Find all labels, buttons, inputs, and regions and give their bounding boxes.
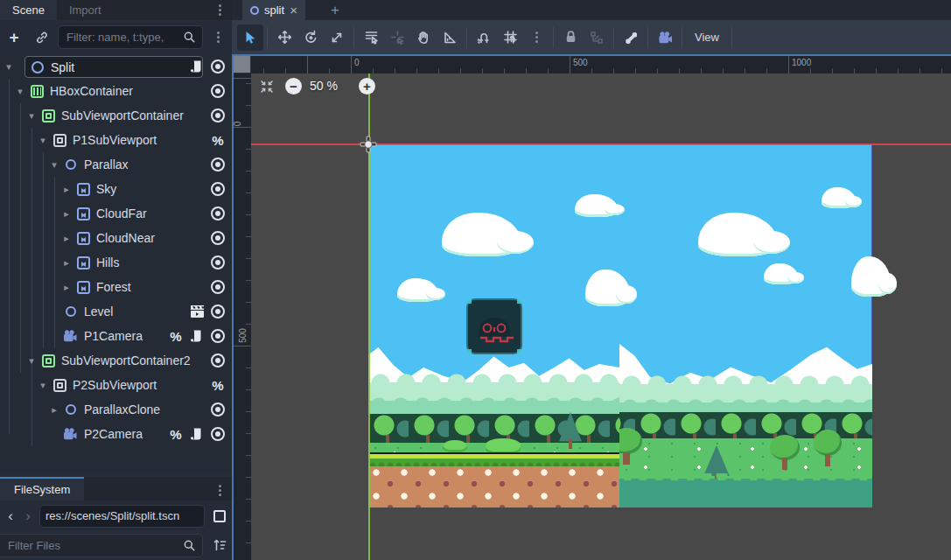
visibility-eye-icon[interactable] xyxy=(207,80,228,102)
tree-row-cloudfar[interactable]: ▸ CloudFar xyxy=(0,201,232,226)
chevron-down-icon[interactable]: ▾ xyxy=(26,110,37,122)
tree-row-p2subviewport[interactable]: ▾ P2SubViewport % xyxy=(0,373,232,397)
group-selected-button[interactable] xyxy=(584,24,610,51)
tree-row-p2camera[interactable]: P2Camera % xyxy=(0,422,232,446)
script-icon[interactable] xyxy=(186,424,207,444)
rotate-mode-button[interactable] xyxy=(297,24,324,51)
chevron-down-icon[interactable]: ▾ xyxy=(26,355,37,367)
script-icon[interactable] xyxy=(186,56,207,77)
chevron-right-icon[interactable]: ▸ xyxy=(61,282,72,293)
tree-row-parallax[interactable]: ▾ Parallax xyxy=(0,152,232,177)
scale-mode-button[interactable] xyxy=(324,24,350,51)
tree-row-sky[interactable]: ▸ Sky xyxy=(0,177,232,201)
script-icon[interactable] xyxy=(186,326,207,346)
smart-snap-button[interactable] xyxy=(471,24,497,51)
scene-tree-menu-icon[interactable] xyxy=(211,31,225,45)
chevron-down-icon[interactable]: ▾ xyxy=(38,135,48,146)
chevron-right-icon[interactable]: ▸ xyxy=(61,233,72,244)
pivot-mode-button[interactable] xyxy=(384,24,410,51)
tree-row-split[interactable]: ▾ xyxy=(0,54,232,79)
node-position-gizmo[interactable] xyxy=(358,134,379,158)
visibility-eye-icon[interactable] xyxy=(207,203,228,224)
godot-editor: Scene Import + xyxy=(0,0,951,560)
camera-override-button[interactable] xyxy=(652,24,678,51)
visibility-eye-icon[interactable] xyxy=(207,301,228,322)
view-menu-button[interactable]: View xyxy=(686,24,728,51)
unique-name-icon[interactable]: % xyxy=(207,374,228,396)
tree-row-hboxcontainer[interactable]: ▾ HBoxContainer xyxy=(0,79,232,103)
visibility-eye-icon[interactable] xyxy=(207,424,228,444)
center-view-button[interactable] xyxy=(259,79,275,98)
tree-row-cloudnear[interactable]: ▸ CloudNear xyxy=(0,226,232,250)
visibility-eye-icon[interactable] xyxy=(207,350,228,371)
vertical-ruler[interactable]: 0 500 xyxy=(234,74,251,560)
new-scene-tab-button[interactable]: + xyxy=(324,0,346,20)
tab-scene[interactable]: Scene xyxy=(0,0,57,20)
toggle-split-mode-button[interactable] xyxy=(209,506,230,527)
zoom-in-button[interactable]: + xyxy=(359,78,375,94)
lock-selected-button[interactable] xyxy=(557,24,584,51)
tree-row-p1camera[interactable]: P1Camera % xyxy=(0,324,232,348)
tree-row-forest[interactable]: ▸ Forest xyxy=(0,275,232,299)
canvas-2d[interactable]: − 50 % + xyxy=(251,74,951,560)
pan-mode-button[interactable] xyxy=(410,24,437,51)
node-rename-input[interactable] xyxy=(44,60,202,74)
visibility-eye-icon[interactable] xyxy=(207,276,228,298)
chevron-right-icon[interactable]: ▸ xyxy=(61,184,72,195)
file-sort-button[interactable] xyxy=(209,535,230,556)
visibility-eye-icon[interactable] xyxy=(207,56,228,77)
tree-row-parallaxclone[interactable]: ▸ ParallaxClone xyxy=(0,397,232,422)
skeleton-options-button[interactable] xyxy=(618,24,644,51)
tree-row-hills[interactable]: ▸ Hills xyxy=(0,250,232,275)
unique-name-icon[interactable]: % xyxy=(165,326,186,346)
chevron-right-icon[interactable]: ▸ xyxy=(49,404,59,416)
horizontal-ruler[interactable]: 0 500 1000 xyxy=(251,56,951,74)
add-node-button[interactable]: + xyxy=(3,27,24,48)
open-instanced-scene-icon[interactable] xyxy=(186,301,207,322)
visibility-eye-icon[interactable] xyxy=(207,228,228,248)
chevron-down-icon[interactable]: ▾ xyxy=(38,380,48,391)
scale-icon xyxy=(330,31,344,45)
selectable-nodes-list-button[interactable] xyxy=(358,24,384,51)
tree-row-level[interactable]: Level xyxy=(0,299,232,324)
ruler-mode-button[interactable] xyxy=(437,24,463,51)
file-filter-input[interactable] xyxy=(0,539,183,552)
grid-snap-button[interactable] xyxy=(497,24,523,51)
history-forward-icon[interactable]: › xyxy=(19,508,37,525)
pan-hand-icon xyxy=(416,31,430,45)
chevron-down-icon[interactable]: ▾ xyxy=(15,86,25,97)
ruler-corner[interactable] xyxy=(234,56,251,74)
visibility-eye-icon[interactable] xyxy=(207,105,228,126)
scene-tab-split[interactable]: split × xyxy=(242,0,305,20)
tree-row-subviewportcontainer[interactable]: ▾ SubViewportContainer xyxy=(0,103,232,128)
player-sprite[interactable] xyxy=(466,298,522,358)
unique-name-icon[interactable]: % xyxy=(165,424,186,444)
unique-name-icon[interactable]: % xyxy=(207,130,228,150)
chevron-down-icon[interactable]: ▾ xyxy=(49,159,59,171)
select-mode-button[interactable] xyxy=(237,24,263,51)
visibility-eye-icon[interactable] xyxy=(207,326,228,346)
origin-axis-horizontal xyxy=(251,144,951,145)
tree-row-subviewportcontainer2[interactable]: ▾ SubViewportContainer2 xyxy=(0,348,232,373)
tree-row-p1subviewport[interactable]: ▾ P1SubViewport % xyxy=(0,128,232,152)
chevron-down-icon[interactable]: ▾ xyxy=(3,61,14,73)
dock-menu-icon[interactable] xyxy=(213,3,227,17)
move-mode-button[interactable] xyxy=(271,24,297,51)
scene-filter-input[interactable] xyxy=(59,31,183,44)
current-path-input[interactable] xyxy=(40,506,204,527)
instance-scene-button[interactable] xyxy=(31,27,52,48)
chevron-right-icon[interactable]: ▸ xyxy=(61,208,72,220)
zoom-level-label[interactable]: 50 % xyxy=(310,79,338,93)
visibility-eye-icon[interactable] xyxy=(207,154,228,175)
chevron-right-icon[interactable]: ▸ xyxy=(61,257,72,269)
visibility-eye-icon[interactable] xyxy=(207,178,228,200)
visibility-eye-icon[interactable] xyxy=(207,252,228,273)
close-icon[interactable]: × xyxy=(290,4,297,17)
zoom-out-button[interactable]: − xyxy=(285,78,302,94)
history-back-icon[interactable]: ‹ xyxy=(2,508,19,525)
snap-options-button[interactable] xyxy=(523,24,549,51)
tab-import[interactable]: Import xyxy=(57,0,114,20)
tab-filesystem[interactable]: FileSystem xyxy=(0,477,84,500)
visibility-eye-icon[interactable] xyxy=(207,399,228,420)
filesystem-menu-icon[interactable] xyxy=(213,483,227,497)
